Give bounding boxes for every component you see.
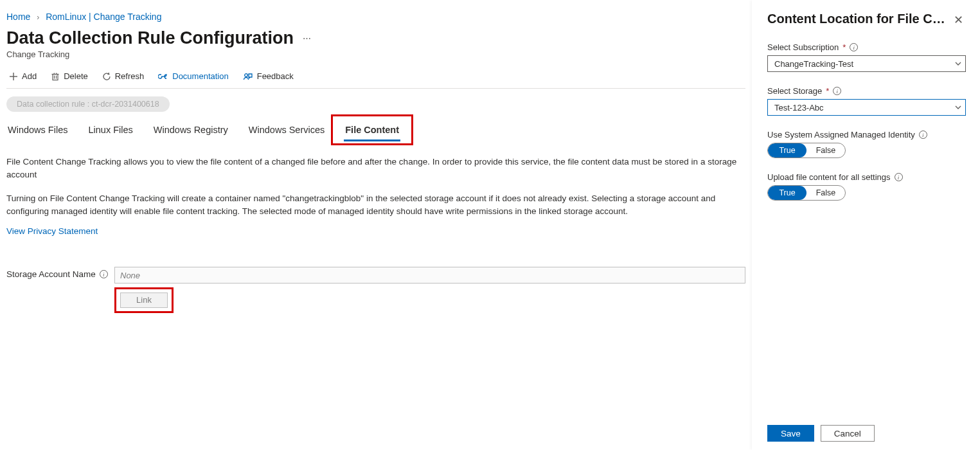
upload-label: Upload file content for all settings i — [767, 172, 966, 182]
upload-toggle-false[interactable]: False — [806, 186, 845, 200]
add-button[interactable]: Add — [6, 69, 39, 83]
required-star: * — [826, 86, 829, 96]
subscription-label: Select Subscription * i — [767, 42, 966, 52]
link-button[interactable]: Link — [120, 292, 168, 308]
upload-label-text: Upload file content for all settings — [767, 172, 891, 182]
required-star: * — [842, 42, 846, 52]
description-paragraph-2: Turning on File Content Change Tracking … — [6, 192, 745, 217]
identity-toggle-true[interactable]: True — [768, 143, 806, 158]
more-actions-button[interactable]: ⋯ — [303, 33, 312, 43]
documentation-label: Documentation — [172, 71, 228, 81]
tab-windows-registry[interactable]: Windows Registry — [152, 121, 229, 141]
refresh-label: Refresh — [115, 71, 145, 81]
svg-rect-2 — [53, 74, 58, 80]
tab-windows-files[interactable]: Windows Files — [6, 121, 69, 141]
subscription-value: ChangeTracking-Test — [774, 59, 955, 69]
identity-toggle[interactable]: True False — [767, 143, 846, 158]
breadcrumb: Home › RomLinux | Change Tracking — [6, 5, 745, 26]
delete-label: Delete — [64, 71, 88, 81]
identity-toggle-false[interactable]: False — [806, 143, 845, 158]
link-button-highlight: Link — [114, 287, 174, 313]
info-icon[interactable]: i — [895, 173, 903, 181]
info-icon[interactable]: i — [850, 43, 858, 51]
storage-value: Test-123-Abc — [774, 103, 955, 113]
privacy-statement-link[interactable]: View Privacy Statement — [6, 226, 98, 236]
dcr-pill: Data collection rule : ct-dcr-2031400618 — [6, 96, 170, 112]
tab-windows-services[interactable]: Windows Services — [247, 121, 326, 141]
identity-label-text: Use System Assigned Managed Identity — [767, 130, 915, 140]
plus-icon — [9, 72, 18, 81]
info-icon[interactable]: i — [919, 130, 927, 139]
storage-label-text: Select Storage — [767, 86, 822, 96]
trash-icon — [51, 72, 60, 81]
storage-account-label: Storage Account Name i — [6, 267, 109, 279]
refresh-button[interactable]: Refresh — [100, 69, 147, 83]
storage-dropdown[interactable]: Test-123-Abc — [767, 99, 966, 116]
panel-title: Content Location for File Content Change… — [767, 12, 947, 26]
toolbar: Add Delete Refresh Documentation Feedbac… — [6, 66, 745, 89]
tab-linux-files[interactable]: Linux Files — [87, 121, 134, 141]
close-icon[interactable]: ✕ — [951, 12, 966, 28]
subscription-label-text: Select Subscription — [767, 42, 839, 52]
storage-account-input[interactable] — [114, 267, 745, 284]
svg-line-6 — [54, 73, 55, 74]
feedback-label: Feedback — [257, 71, 294, 81]
refresh-icon — [102, 72, 111, 81]
delete-button[interactable]: Delete — [48, 69, 91, 83]
chevron-down-icon — [955, 104, 961, 111]
storage-account-label-text: Storage Account Name — [6, 269, 96, 279]
storage-label: Select Storage * i — [767, 86, 966, 96]
identity-label: Use System Assigned Managed Identity i — [767, 130, 966, 140]
chevron-right-icon: › — [33, 13, 43, 22]
info-icon[interactable]: i — [833, 87, 841, 95]
tab-file-content[interactable]: File Content — [344, 121, 400, 141]
link-icon — [158, 72, 168, 81]
description-paragraph-1: File Content Change Tracking allows you … — [6, 156, 745, 181]
feedback-icon — [243, 72, 253, 81]
breadcrumb-path[interactable]: RomLinux | Change Tracking — [46, 12, 161, 22]
breadcrumb-home[interactable]: Home — [6, 12, 30, 22]
upload-toggle[interactable]: True False — [767, 185, 846, 201]
cancel-button[interactable]: Cancel — [821, 425, 875, 442]
feedback-button[interactable]: Feedback — [240, 69, 296, 83]
tab-bar: Windows Files Linux Files Windows Regist… — [6, 121, 745, 141]
content-location-panel: Content Location for File Content Change… — [752, 0, 980, 450]
documentation-link[interactable]: Documentation — [156, 69, 231, 83]
upload-toggle-true[interactable]: True — [768, 186, 806, 200]
page-title: Data Collection Rule Configuration — [6, 28, 294, 48]
page-subtitle: Change Tracking — [6, 50, 745, 59]
info-icon[interactable]: i — [100, 270, 108, 278]
chevron-down-icon — [955, 60, 961, 67]
subscription-dropdown[interactable]: ChangeTracking-Test — [767, 55, 966, 72]
add-label: Add — [22, 71, 37, 81]
svg-line-7 — [57, 73, 57, 74]
svg-point-9 — [244, 73, 247, 76]
save-button[interactable]: Save — [767, 425, 814, 442]
